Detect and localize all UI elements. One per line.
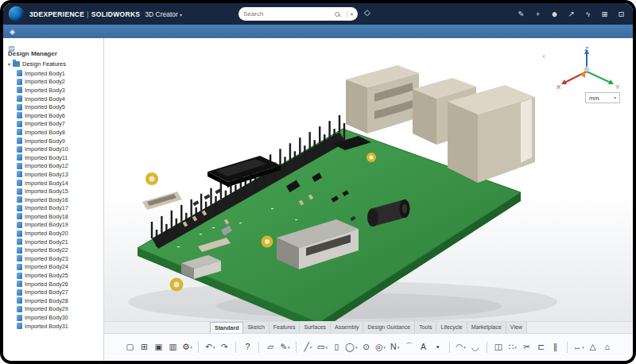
offset-button[interactable]: ∥ xyxy=(549,340,562,354)
trim-button[interactable]: ✂ xyxy=(521,340,533,354)
share-icon[interactable]: ↗ xyxy=(566,10,576,18)
lightning-icon[interactable]: ϟ xyxy=(583,10,593,18)
print-button[interactable]: ▥ xyxy=(166,340,179,354)
search-input[interactable] xyxy=(243,10,335,17)
tree-item-imported-body[interactable]: Imported Body12 xyxy=(3,162,103,171)
tag-icon[interactable]: ◇ xyxy=(364,8,370,17)
rectangle-button[interactable]: ▭▾ xyxy=(316,340,328,354)
design-with-icon[interactable]: ✎ xyxy=(516,10,526,18)
app-sub-bar: ◈ xyxy=(3,25,633,38)
fullscreen-icon[interactable]: ⊡ xyxy=(616,10,626,18)
tab-assembly[interactable]: Assembly xyxy=(331,322,363,333)
lifecycle-button[interactable]: ▢ xyxy=(123,340,136,354)
tab-tools[interactable]: Tools xyxy=(415,322,436,333)
pattern-button[interactable]: ∷▾ xyxy=(506,340,519,354)
tree-item-imported-body[interactable]: Imported Body8 xyxy=(3,128,103,137)
tree-item-imported-body[interactable]: Imported Body5 xyxy=(3,103,103,111)
search-box[interactable]: ▾ xyxy=(238,7,358,21)
slot-button[interactable]: ▯ xyxy=(330,340,343,354)
tree-item-imported-body[interactable]: Imported Body25 xyxy=(3,271,103,280)
tree-item-imported-body[interactable]: Imported Body29 xyxy=(3,305,103,314)
instant2d-button[interactable]: ⌂ xyxy=(601,340,614,354)
compass-mini-icon[interactable]: ◈ xyxy=(10,28,15,36)
tab-sketch[interactable]: Sketch xyxy=(243,322,269,333)
line-button[interactable]: ╱▾ xyxy=(301,340,314,354)
tab-features[interactable]: Features xyxy=(270,322,301,333)
tree-item-imported-body[interactable]: Imported Body1 xyxy=(3,69,103,78)
tree-item-label: Imported Body28 xyxy=(25,297,68,304)
tab-view[interactable]: View xyxy=(506,322,527,333)
tree-item-imported-body[interactable]: Imported Body9 xyxy=(3,137,103,145)
tab-lifecycle[interactable]: Lifecycle xyxy=(436,322,467,333)
tree-item-imported-body[interactable]: Imported Body22 xyxy=(3,246,103,254)
tree-root-design-features[interactable]: ▾ Design Features xyxy=(3,60,103,69)
panel-collapse-chevron-icon[interactable]: ‹ xyxy=(542,51,545,60)
axis-y-label: Y xyxy=(615,83,620,91)
tree-item-imported-body[interactable]: Imported Body10 xyxy=(3,145,103,153)
tree-item-imported-body[interactable]: Imported Body3 xyxy=(3,86,103,95)
smart-dimension-button[interactable]: ↔▾ xyxy=(572,340,585,354)
body-icon xyxy=(17,70,22,76)
undo-button[interactable]: ↶▾ xyxy=(204,340,216,354)
tree-item-imported-body[interactable]: Imported Body30 xyxy=(3,313,103,322)
body-icon xyxy=(17,222,22,228)
help-button[interactable]: ? xyxy=(241,340,254,354)
ethernet-port xyxy=(448,85,535,183)
tree-item-imported-body[interactable]: Imported Body16 xyxy=(3,196,103,204)
tree-item-imported-body[interactable]: Imported Body4 xyxy=(3,95,103,103)
tab-design-guidance[interactable]: Design Guidance xyxy=(363,322,415,333)
apps-icon[interactable]: ⊞ xyxy=(599,10,610,18)
ellipse-button[interactable]: ◎▾ xyxy=(374,340,387,354)
add-icon[interactable]: + xyxy=(533,10,543,18)
spline-button[interactable]: N▾ xyxy=(389,340,401,354)
search-divider xyxy=(347,10,347,18)
save-button[interactable]: ▣ xyxy=(152,340,165,354)
tree-item-imported-body[interactable]: Imported Body26 xyxy=(3,280,103,288)
3d-viewport[interactable]: ‹ Z X Y mm ▾ xyxy=(104,38,633,321)
tree-item-imported-body[interactable]: Imported Body7 xyxy=(3,120,103,129)
plane-button[interactable]: ▱ xyxy=(264,340,277,354)
user-icon[interactable]: ☻ xyxy=(549,10,560,18)
tree-item-imported-body[interactable]: Imported Body15 xyxy=(3,187,103,196)
tree-item-imported-body[interactable]: Imported Body28 xyxy=(3,296,103,305)
convert-entities-button[interactable]: ⊏ xyxy=(535,340,548,354)
3dexperience-compass-logo[interactable] xyxy=(9,6,24,21)
conic-button[interactable]: ⌒ xyxy=(403,340,416,354)
tree-item-imported-body[interactable]: Imported Body27 xyxy=(3,288,103,296)
toolbar-separator xyxy=(235,342,236,353)
arc-button[interactable]: ◠▾ xyxy=(455,340,467,354)
app-name-menu[interactable]: 3D Creator▾ xyxy=(145,10,182,18)
tree-item-imported-body[interactable]: Imported Body11 xyxy=(3,153,103,162)
units-dropdown[interactable]: mm ▾ xyxy=(585,92,620,103)
point-button[interactable]: • xyxy=(432,340,444,354)
tree-item-imported-body[interactable]: Imported Body31 xyxy=(3,322,103,331)
tree-item-imported-body[interactable]: Imported Body6 xyxy=(3,111,103,120)
grid-view-button[interactable]: ⊞ xyxy=(138,340,150,354)
tab-standard[interactable]: Standard xyxy=(210,322,243,333)
tab-surfaces[interactable]: Surfaces xyxy=(300,322,331,333)
search-scope-caret-icon[interactable]: ▾ xyxy=(351,11,353,17)
tree-item-imported-body[interactable]: Imported Body2 xyxy=(3,78,103,87)
tree-item-imported-body[interactable]: Imported Body24 xyxy=(3,263,103,272)
tree-item-imported-body[interactable]: Imported Body13 xyxy=(3,170,103,179)
perimeter-circle-button[interactable]: ⊙ xyxy=(360,340,373,354)
body-icon xyxy=(17,264,22,270)
tree-item-imported-body[interactable]: Imported Body21 xyxy=(3,238,103,246)
tangent-arc-button[interactable]: ◡ xyxy=(469,340,482,354)
tree-item-imported-body[interactable]: Imported Body17 xyxy=(3,204,103,213)
tree-item-imported-body[interactable]: Imported Body23 xyxy=(3,254,103,263)
circle-button[interactable]: ◯▾ xyxy=(344,340,358,354)
tree-item-imported-body[interactable]: Imported Body19 xyxy=(3,221,103,230)
tree-item-imported-body[interactable]: Imported Body14 xyxy=(3,179,103,188)
options-button[interactable]: ⚙▾ xyxy=(180,340,193,354)
relations-button[interactable]: △ xyxy=(587,340,599,354)
tree-item-imported-body[interactable]: Imported Body20 xyxy=(3,229,103,238)
tree-item-imported-body[interactable]: Imported Body18 xyxy=(3,212,103,221)
tree-expand-caret-icon[interactable]: ▾ xyxy=(8,61,10,67)
tab-marketplace[interactable]: Marketplace xyxy=(467,322,506,333)
mirror-button[interactable]: ◫ xyxy=(492,340,505,354)
redo-button[interactable]: ↷ xyxy=(218,340,231,354)
sketch-button[interactable]: ✎▾ xyxy=(278,340,291,354)
text-button[interactable]: A xyxy=(417,340,430,354)
orientation-triad[interactable]: Z X Y xyxy=(549,45,625,95)
